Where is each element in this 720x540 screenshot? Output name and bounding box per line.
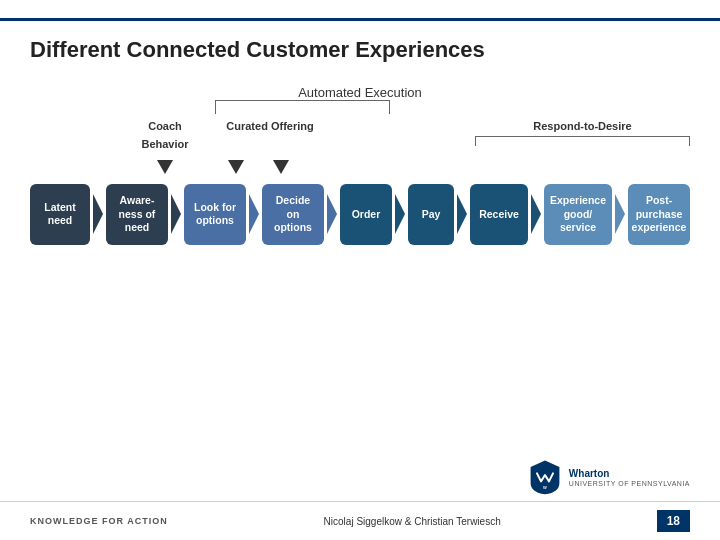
page: Different Connected Customer Experiences… [0, 0, 720, 540]
step-decide-options-label: Decideonoptions [274, 194, 312, 235]
auto-exec-bracket [215, 100, 390, 114]
arrow-7 [531, 194, 541, 234]
page-title: Different Connected Customer Experiences [30, 37, 690, 63]
curated-arrow-right [273, 160, 289, 174]
logo-area: W Wharton UNIVERSITY OF PENNSYLVANIA [0, 449, 720, 501]
auto-exec-label: Automated Execution [298, 85, 422, 100]
arrow-8 [615, 194, 625, 234]
step-look-for-options: Look foroptions [184, 184, 246, 245]
arrow-6 [457, 194, 467, 234]
footer-center-label: Nicolaj Siggelkow & Christian Terwiesch [324, 516, 501, 527]
arrows-row [30, 160, 690, 180]
curated-arrow-left [228, 160, 244, 174]
steps-row: Latentneed Aware-ness ofneed Look foropt… [30, 184, 690, 245]
step-look-options-label: Look foroptions [194, 201, 236, 228]
curated-offering-label: Curated Offering [220, 116, 320, 134]
footer-left-label: KNOWLEDGE FOR ACTION [30, 516, 168, 526]
wharton-logo: W Wharton UNIVERSITY OF PENNSYLVANIA [527, 459, 690, 495]
coach-behavior-label: Coach Behavior [130, 116, 200, 152]
arrow-1 [93, 194, 103, 234]
content-area: Automated Execution Coach Behavior Curat… [0, 63, 720, 449]
arrow-4 [327, 194, 337, 234]
step-awareness: Aware-ness ofneed [106, 184, 168, 245]
step-latent-need: Latentneed [30, 184, 90, 245]
arrow-2 [171, 194, 181, 234]
step-latent-need-label: Latentneed [44, 201, 76, 228]
step-decide-on-options: Decideonoptions [262, 184, 324, 245]
step-experience-good: Experiencegood/service [544, 184, 612, 245]
svg-text:W: W [543, 485, 547, 490]
wharton-university-name: UNIVERSITY OF PENNSYLVANIA [569, 480, 690, 487]
respond-desire-label: Respond-to-Desire [475, 116, 690, 146]
step-order: Order [340, 184, 392, 245]
arrow-5 [395, 194, 405, 234]
step-post-purchase: Post-purchaseexperience [628, 184, 690, 245]
wharton-emblem-icon: W [527, 459, 563, 495]
step-experience-label: Experiencegood/service [550, 194, 606, 235]
footer-page-number: 18 [657, 510, 690, 532]
arrow-3 [249, 194, 259, 234]
step-post-purchase-label: Post-purchaseexperience [632, 194, 687, 235]
step-awareness-label: Aware-ness ofneed [119, 194, 156, 235]
step-receive: Receive [470, 184, 528, 245]
wharton-brand-name: Wharton [569, 467, 690, 480]
coach-arrow [157, 160, 173, 174]
step-receive-label: Receive [479, 208, 519, 222]
wharton-text-block: Wharton UNIVERSITY OF PENNSYLVANIA [569, 467, 690, 487]
title-area: Different Connected Customer Experiences [0, 21, 720, 63]
respond-desire-bracket [475, 136, 690, 146]
step-pay: Pay [408, 184, 454, 245]
step-pay-label: Pay [422, 208, 441, 222]
step-order-label: Order [352, 208, 381, 222]
footer: KNOWLEDGE FOR ACTION Nicolaj Siggelkow &… [0, 501, 720, 540]
